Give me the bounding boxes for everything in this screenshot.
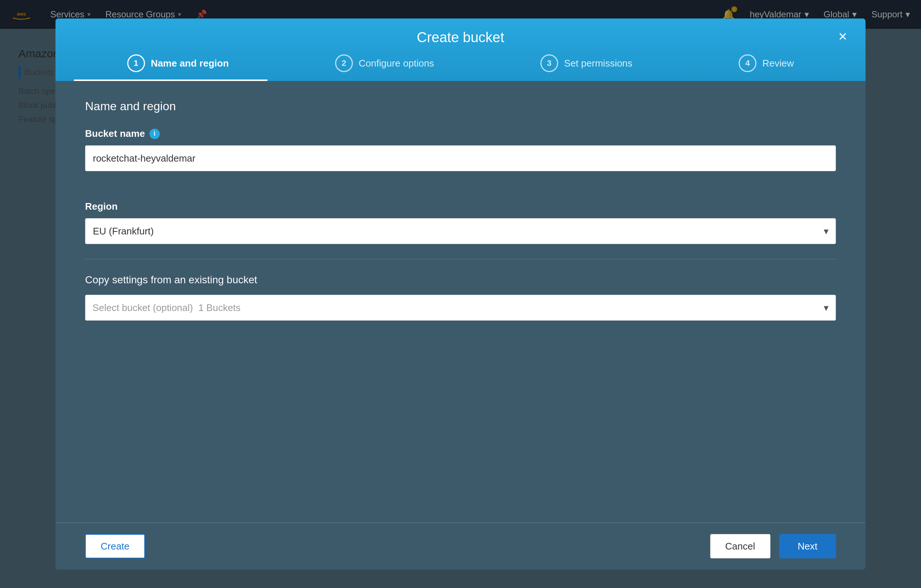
step-3-label: Set permissions [564,58,633,69]
modal-title-row: Create bucket × [74,29,847,54]
close-button[interactable]: × [838,29,847,44]
bucket-name-info-icon[interactable]: i [150,129,160,139]
step-1-circle: 1 [127,54,145,72]
step-2: 2 Configure options [335,54,434,80]
modal-body: Name and region Bucket name i Region US … [55,81,866,523]
step-2-circle: 2 [335,54,353,72]
bucket-name-input[interactable] [85,145,836,171]
region-field-group: Region US East (N. Virginia) US West (Or… [85,201,836,244]
step-2-label: Configure options [359,58,434,69]
section-title: Name and region [85,99,836,113]
step-1: 1 Name and region [127,54,229,80]
modal-title: Create bucket [417,29,504,45]
step-4-circle: 4 [739,54,757,72]
step-4: 4 Review [739,54,794,80]
cancel-button[interactable]: Cancel [710,534,770,559]
region-select[interactable]: US East (N. Virginia) US West (Oregon) E… [85,218,836,244]
bucket-name-field-group: Bucket name i [85,128,836,186]
region-select-wrapper: US East (N. Virginia) US West (Oregon) E… [85,218,836,244]
copy-settings-select-wrapper: Select bucket (optional) 1 Buckets ▾ [85,295,836,321]
create-bucket-modal: Create bucket × 1 Name and region 2 Conf… [55,18,866,570]
steps-row: 1 Name and region 2 Configure options 3 … [74,54,847,80]
bucket-name-label: Bucket name i [85,128,836,140]
next-button[interactable]: Next [779,534,836,559]
copy-settings-field-group: Copy settings from an existing bucket Se… [85,274,836,321]
step-3: 3 Set permissions [540,54,633,80]
copy-settings-title: Copy settings from an existing bucket [85,274,836,286]
copy-settings-select[interactable] [85,295,836,321]
step-4-label: Review [762,58,794,69]
step-3-circle: 3 [540,54,558,72]
region-label: Region [85,201,836,212]
footer-right-buttons: Cancel Next [710,534,836,559]
section-divider [85,259,836,259]
modal-footer: Create Cancel Next [55,523,866,570]
modal-header: Create bucket × 1 Name and region 2 Conf… [55,18,866,81]
step-1-label: Name and region [151,58,229,69]
create-button[interactable]: Create [85,534,145,559]
